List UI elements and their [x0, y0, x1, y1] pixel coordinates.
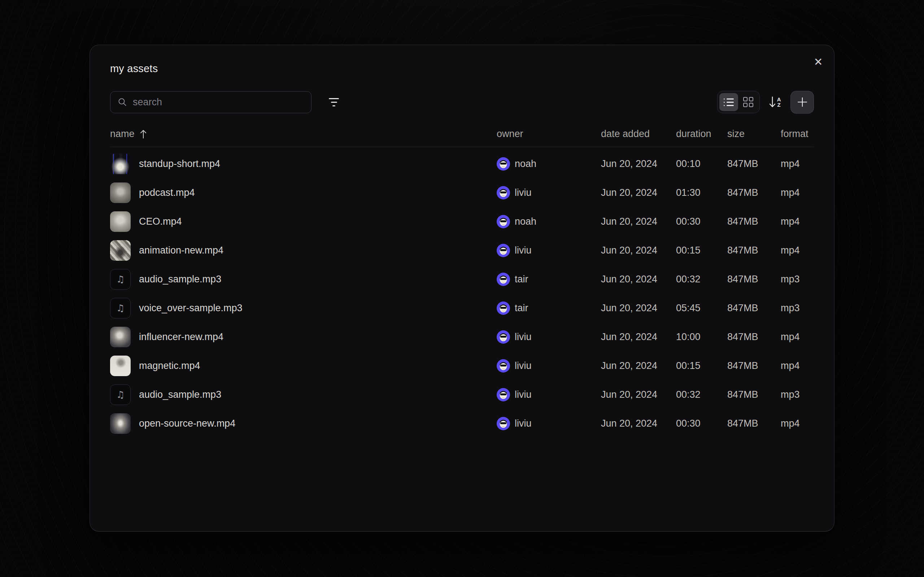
cell-duration: 00:32	[676, 274, 727, 285]
asset-name: magnetic.mp4	[139, 360, 200, 371]
sort-arrow-icon	[769, 96, 775, 108]
search-icon	[118, 97, 127, 107]
sort-ascending-icon	[140, 129, 147, 139]
toolbar: A Z	[110, 91, 814, 113]
cell-duration: 00:30	[676, 418, 727, 429]
table-row[interactable]: ♫ audio_sample.mp3 tair Jun 20, 2024 00:…	[110, 265, 814, 293]
cell-size: 847MB	[727, 360, 781, 371]
column-header-format[interactable]: format	[781, 128, 814, 140]
cell-format: mp3	[781, 274, 814, 285]
owner-name: noah	[515, 216, 536, 227]
list-view-icon	[724, 98, 734, 106]
cell-duration: 00:10	[676, 158, 727, 169]
cell-date-added: Jun 20, 2024	[601, 245, 676, 256]
grid-view-icon	[743, 97, 753, 107]
owner-name: tair	[515, 274, 528, 285]
close-button[interactable]: ✕	[809, 53, 827, 70]
table-row[interactable]: ♫ open-source-new.mp4 liviu Jun 20, 2024…	[110, 409, 814, 438]
asset-thumbnail: ♫	[110, 154, 131, 174]
asset-thumbnail: ♫	[110, 298, 131, 318]
cell-size: 847MB	[727, 216, 781, 227]
asset-rows: ♫ standup-short.mp4 noah Jun 20, 2024 00…	[110, 149, 814, 438]
column-header-date-added[interactable]: date added	[601, 128, 676, 140]
asset-name: open-source-new.mp4	[139, 418, 235, 429]
sort-button[interactable]: A Z	[768, 93, 782, 111]
table-row[interactable]: ♫ magnetic.mp4 liviu Jun 20, 2024 00:15 …	[110, 351, 814, 380]
cell-duration: 01:30	[676, 187, 727, 198]
cell-duration: 00:32	[676, 389, 727, 400]
cell-date-added: Jun 20, 2024	[601, 389, 676, 400]
cell-format: mp4	[781, 245, 814, 256]
column-header-duration[interactable]: duration	[676, 128, 727, 140]
music-note-icon: ♫	[116, 303, 124, 313]
cell-format: mp4	[781, 187, 814, 198]
sort-az-label: A Z	[777, 97, 781, 108]
asset-name: audio_sample.mp3	[139, 389, 221, 400]
cell-duration: 00:30	[676, 216, 727, 227]
column-header-size[interactable]: size	[727, 128, 781, 140]
table-row[interactable]: ♫ audio_sample.mp3 liviu Jun 20, 2024 00…	[110, 380, 814, 409]
asset-name: audio_sample.mp3	[139, 274, 221, 285]
table-row[interactable]: ♫ podcast.mp4 liviu Jun 20, 2024 01:30 8…	[110, 178, 814, 207]
add-asset-button[interactable]	[790, 91, 814, 114]
filter-lines-icon	[329, 98, 339, 99]
owner-avatar	[497, 301, 510, 315]
owner-name: liviu	[515, 187, 531, 198]
cell-format: mp4	[781, 360, 814, 371]
column-header-name[interactable]: name	[110, 128, 497, 140]
cell-format: mp3	[781, 389, 814, 400]
asset-thumbnail: ♫	[110, 356, 131, 376]
asset-thumbnail: ♫	[110, 269, 131, 290]
column-header-owner[interactable]: owner	[497, 128, 601, 140]
owner-name: liviu	[515, 418, 531, 429]
cell-date-added: Jun 20, 2024	[601, 303, 676, 314]
owner-avatar	[497, 330, 510, 344]
owner-name: liviu	[515, 245, 531, 256]
owner-name: liviu	[515, 360, 531, 371]
list-view-button[interactable]	[719, 93, 738, 111]
cell-date-added: Jun 20, 2024	[601, 158, 676, 169]
cell-date-added: Jun 20, 2024	[601, 187, 676, 198]
table-row[interactable]: ♫ standup-short.mp4 noah Jun 20, 2024 00…	[110, 149, 814, 178]
table-header: name owner date added duration size form…	[110, 128, 814, 147]
asset-name: podcast.mp4	[139, 187, 195, 198]
cell-duration: 00:15	[676, 245, 727, 256]
cell-date-added: Jun 20, 2024	[601, 331, 676, 343]
filter-button[interactable]	[325, 93, 343, 111]
cell-date-added: Jun 20, 2024	[601, 216, 676, 227]
owner-avatar	[497, 157, 510, 171]
owner-name: tair	[515, 303, 528, 314]
cell-size: 847MB	[727, 331, 781, 343]
cell-date-added: Jun 20, 2024	[601, 418, 676, 429]
cell-duration: 10:00	[676, 331, 727, 343]
cell-format: mp4	[781, 216, 814, 227]
owner-avatar	[497, 244, 510, 257]
music-note-icon: ♫	[116, 389, 124, 400]
grid-view-button[interactable]	[739, 93, 758, 111]
table-row[interactable]: ♫ animation-new.mp4 liviu Jun 20, 2024 0…	[110, 236, 814, 265]
owner-avatar	[497, 186, 510, 200]
cell-date-added: Jun 20, 2024	[601, 274, 676, 285]
cell-size: 847MB	[727, 187, 781, 198]
table-row[interactable]: ♫ influencer-new.mp4 liviu Jun 20, 2024 …	[110, 322, 814, 351]
page-title: my assets	[110, 45, 814, 75]
search-box	[110, 91, 312, 113]
owner-avatar	[497, 272, 510, 286]
asset-thumbnail: ♫	[110, 211, 131, 232]
owner-avatar	[497, 359, 510, 372]
asset-name: CEO.mp4	[139, 216, 182, 227]
view-toggle	[717, 91, 760, 113]
plus-icon	[796, 96, 808, 108]
owner-avatar	[497, 215, 510, 228]
cell-date-added: Jun 20, 2024	[601, 360, 676, 371]
table-row[interactable]: ♫ voice_over-sample.mp3 tair Jun 20, 202…	[110, 293, 814, 322]
cell-format: mp3	[781, 303, 814, 314]
search-input[interactable]	[133, 97, 304, 108]
asset-thumbnail: ♫	[110, 240, 131, 261]
owner-name: liviu	[515, 331, 531, 343]
asset-thumbnail: ♫	[110, 413, 131, 434]
asset-name: standup-short.mp4	[139, 158, 220, 169]
cell-format: mp4	[781, 331, 814, 343]
table-row[interactable]: ♫ CEO.mp4 noah Jun 20, 2024 00:30 847MB …	[110, 207, 814, 236]
cell-size: 847MB	[727, 158, 781, 169]
